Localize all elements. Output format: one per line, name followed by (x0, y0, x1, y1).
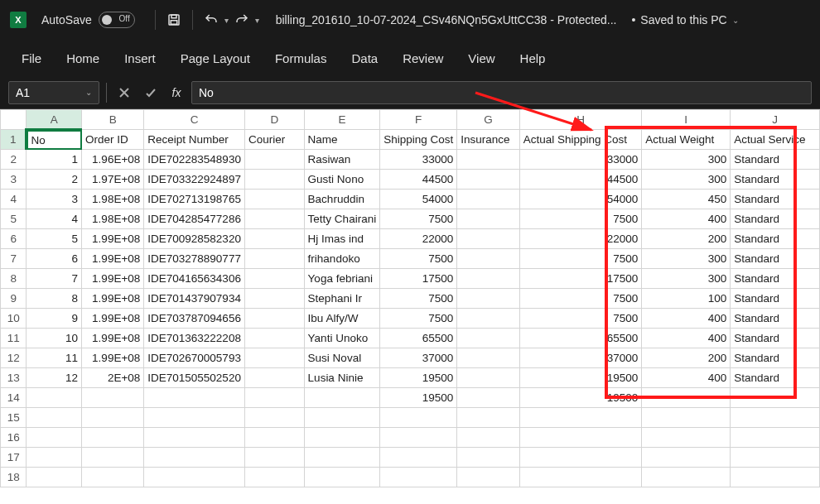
cell[interactable] (457, 468, 520, 487)
cell[interactable]: 1.99E+08 (82, 329, 144, 348)
column-header-H[interactable]: H (519, 110, 642, 130)
cell[interactable]: Hj Imas ind (304, 229, 380, 249)
row-header[interactable]: 12 (1, 348, 27, 368)
cell[interactable] (457, 269, 520, 289)
cell[interactable]: IDE704165634306 (144, 269, 245, 289)
enter-formula-button[interactable] (140, 82, 162, 103)
cell[interactable]: IDE702283548930 (144, 150, 245, 170)
cell[interactable] (457, 408, 520, 428)
cell[interactable]: Susi Noval (304, 348, 380, 368)
cell[interactable]: 65500 (519, 329, 642, 348)
cell[interactable] (304, 448, 380, 468)
cell[interactable]: IDE700928582320 (144, 229, 245, 249)
cell[interactable]: 1.99E+08 (82, 309, 144, 329)
cell[interactable]: 7500 (519, 209, 642, 229)
cell[interactable]: 300 (642, 170, 731, 190)
cell[interactable]: 100 (642, 289, 731, 309)
column-header-I[interactable]: I (642, 110, 731, 130)
cell[interactable]: 300 (642, 150, 731, 170)
cell[interactable]: Standard (731, 289, 820, 309)
cell[interactable] (27, 448, 82, 468)
column-header-F[interactable]: F (380, 110, 457, 130)
cell[interactable] (380, 428, 457, 448)
cell[interactable]: Standard (731, 269, 820, 289)
cell[interactable] (642, 408, 731, 428)
cell[interactable] (82, 388, 144, 408)
cell[interactable]: 2E+08 (82, 368, 144, 388)
cell[interactable]: 450 (642, 190, 731, 209)
cell[interactable]: 7500 (519, 309, 642, 329)
cell[interactable]: 11 (27, 348, 82, 368)
cell[interactable]: IDE701363222208 (144, 329, 245, 348)
row-header[interactable]: 8 (1, 269, 27, 289)
cell[interactable]: 9 (27, 309, 82, 329)
cell[interactable]: Standard (731, 329, 820, 348)
cell[interactable]: 54000 (380, 190, 457, 209)
cell[interactable]: IDE702670005793 (144, 348, 245, 368)
saved-status[interactable]: • Saved to this PC ⌄ (631, 13, 738, 26)
cell[interactable] (380, 448, 457, 468)
cell[interactable] (642, 448, 731, 468)
cell[interactable] (244, 329, 304, 348)
cell[interactable]: 1.99E+08 (82, 269, 144, 289)
row-header[interactable]: 15 (1, 408, 27, 428)
cell[interactable] (304, 408, 380, 428)
cell[interactable]: 400 (642, 309, 731, 329)
select-all-corner[interactable] (1, 110, 27, 130)
cell[interactable]: 10 (27, 329, 82, 348)
row-header[interactable]: 3 (1, 170, 27, 190)
cell[interactable] (244, 309, 304, 329)
cell[interactable] (144, 408, 245, 428)
cell[interactable]: 17500 (519, 269, 642, 289)
cell[interactable]: Yanti Unoko (304, 329, 380, 348)
row-header[interactable]: 9 (1, 289, 27, 309)
cell[interactable]: Insurance (457, 130, 520, 150)
row-header[interactable]: 14 (1, 388, 27, 408)
cell[interactable]: 1 (27, 150, 82, 170)
cell[interactable]: 1.99E+08 (82, 348, 144, 368)
row-header[interactable]: 17 (1, 448, 27, 468)
cell[interactable]: 5 (27, 229, 82, 249)
cell[interactable]: Actual Shipping Cost (519, 130, 642, 150)
cell[interactable] (457, 150, 520, 170)
cell[interactable] (380, 468, 457, 487)
cell[interactable] (82, 428, 144, 448)
cell[interactable]: Standard (731, 150, 820, 170)
fx-icon[interactable]: fx (166, 86, 186, 99)
autosave-toggle[interactable]: AutoSave Off (41, 12, 135, 28)
cell[interactable] (457, 428, 520, 448)
row-header[interactable]: 13 (1, 368, 27, 388)
cell[interactable] (144, 428, 245, 448)
cell[interactable] (642, 468, 731, 487)
cell[interactable]: IDE701437907934 (144, 289, 245, 309)
cell[interactable] (27, 408, 82, 428)
spreadsheet-grid[interactable]: ABCDEFGHIJ1NoOrder IDReceipt NumberCouri… (0, 109, 820, 487)
cell[interactable] (457, 209, 520, 229)
cell[interactable] (457, 249, 520, 269)
cell[interactable]: IDE703787094656 (144, 309, 245, 329)
cell[interactable] (457, 289, 520, 309)
cell[interactable]: Shipping Cost (380, 130, 457, 150)
cell[interactable] (304, 428, 380, 448)
cell[interactable] (457, 388, 520, 408)
cell[interactable]: 200 (642, 229, 731, 249)
cell[interactable] (457, 329, 520, 348)
tab-page-layout[interactable]: Page Layout (177, 46, 253, 70)
cell[interactable] (731, 448, 820, 468)
cell[interactable] (731, 468, 820, 487)
cell[interactable]: 8 (27, 289, 82, 309)
cell[interactable]: Lusia Ninie (304, 368, 380, 388)
undo-button[interactable] (198, 7, 224, 33)
cell[interactable]: 1.99E+08 (82, 289, 144, 309)
cell[interactable]: 400 (642, 329, 731, 348)
cell[interactable] (244, 190, 304, 209)
cell[interactable]: Actual Service (731, 130, 820, 150)
cell[interactable]: 300 (642, 249, 731, 269)
cell[interactable]: Bachruddin (304, 190, 380, 209)
cell[interactable] (244, 269, 304, 289)
tab-file[interactable]: File (18, 46, 45, 70)
cell[interactable]: 7500 (380, 249, 457, 269)
cell[interactable]: 1.99E+08 (82, 249, 144, 269)
cell[interactable]: Standard (731, 249, 820, 269)
cell[interactable]: Standard (731, 170, 820, 190)
